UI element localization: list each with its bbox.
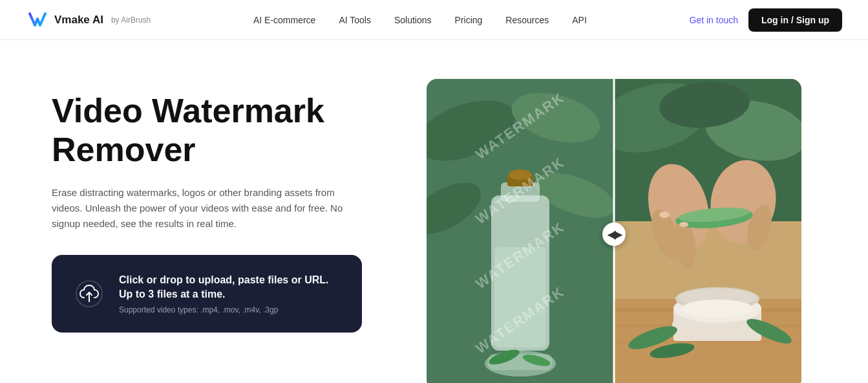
- hero-description: Erase distracting watermarks, logos or o…: [52, 185, 362, 232]
- upload-main-text: Click or drop to upload, paste files or …: [119, 273, 341, 302]
- svg-point-41: [659, 212, 670, 218]
- nav-actions: Get in touch Log in / Sign up: [690, 8, 842, 32]
- comparison-widget: WATERMARK WATERMARK WATERMARK WATERMARK: [427, 79, 801, 383]
- upload-text-area: Click or drop to upload, paste files or …: [119, 273, 341, 315]
- comparison-container: WATERMARK WATERMARK WATERMARK WATERMARK: [427, 79, 801, 383]
- svg-point-10: [509, 170, 532, 180]
- nav-ai-ecommerce[interactable]: AI E-commerce: [253, 15, 315, 25]
- svg-point-30: [682, 300, 753, 318]
- hero-title: Video Watermark Remover: [52, 92, 388, 170]
- logo-name: Vmake AI: [54, 14, 103, 27]
- logo-by: by AirBrush: [111, 16, 151, 25]
- logo-area: Vmake AI by AirBrush: [26, 8, 151, 32]
- nav-solutions[interactable]: Solutions: [394, 15, 432, 25]
- get-in-touch-button[interactable]: Get in touch: [690, 15, 739, 25]
- svg-rect-11: [494, 247, 546, 347]
- before-panel: WATERMARK WATERMARK WATERMARK WATERMARK: [427, 79, 614, 383]
- nav-api[interactable]: API: [572, 15, 587, 25]
- nav-pricing[interactable]: Pricing: [455, 15, 483, 25]
- after-bg: [614, 79, 801, 383]
- after-panel: [614, 79, 801, 383]
- nav-resources[interactable]: Resources: [505, 15, 549, 25]
- login-signup-button[interactable]: Log in / Sign up: [748, 8, 842, 32]
- navbar: Vmake AI by AirBrush AI E-commerce AI To…: [0, 0, 868, 40]
- upload-icon-wrap: [72, 277, 106, 311]
- upload-sub-text: Supported video types: .mp4, .mov, .m4v,…: [119, 305, 341, 314]
- handle-arrows-icon: ◀▶: [608, 228, 620, 241]
- nav-links: AI E-commerce AI Tools Solutions Pricing…: [253, 15, 587, 25]
- svg-point-42: [679, 222, 688, 227]
- comparison-handle[interactable]: ◀▶: [602, 223, 626, 246]
- hero-left: Video Watermark Remover Erase distractin…: [52, 79, 388, 333]
- upload-cloud-icon: [75, 279, 103, 308]
- vmake-logo-icon: [26, 8, 49, 32]
- upload-box[interactable]: Click or drop to upload, paste files or …: [52, 255, 362, 333]
- nav-ai-tools[interactable]: AI Tools: [339, 15, 371, 25]
- before-bg: [427, 79, 614, 383]
- hero-section: Video Watermark Remover Erase distractin…: [0, 40, 868, 383]
